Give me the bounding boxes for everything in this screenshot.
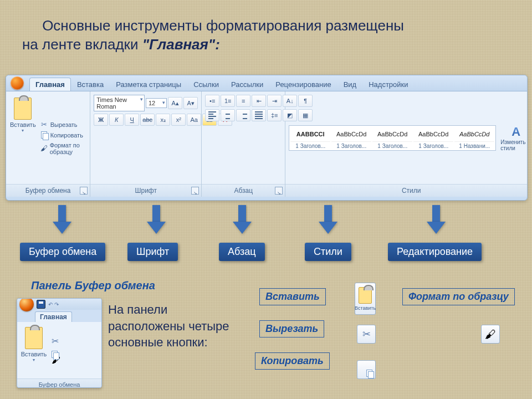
mini-tab-home[interactable]: Главная: [35, 311, 72, 322]
chip-cut[interactable]: ✂: [357, 325, 376, 344]
group-clipboard: Вставить ▾ ✂ Вырезать Копировать 🖌 Форма…: [6, 91, 90, 197]
brush-icon: 🖌: [40, 145, 48, 152]
arrow-clipboard: [53, 205, 71, 235]
multilevel-button[interactable]: ≡: [236, 95, 250, 107]
group-font: Times New Roman 12 A▴ A▾ Ж К Ч abc x₂ x²…: [90, 91, 202, 197]
chip-format-painter[interactable]: 🖌: [481, 325, 500, 344]
clipboard-launcher[interactable]: ↘: [80, 187, 88, 195]
indent-dec-button[interactable]: ⇤: [252, 95, 266, 107]
arrow-styles: [319, 205, 337, 235]
ribbon-tab-strip: Главная Вставка Разметка страницы Ссылки…: [6, 75, 527, 91]
style-item-4[interactable]: AaBbCcDd1 Названи...: [454, 127, 494, 149]
align-right-button[interactable]: [236, 109, 250, 121]
heading-colon: :: [215, 36, 220, 53]
label-clipboard: Буфер обмена: [20, 243, 105, 261]
label-paragraph: Абзац: [219, 243, 265, 261]
paste-label: Вставить: [10, 121, 36, 128]
format-painter-button[interactable]: 🖌 Формат по образцу: [39, 141, 87, 156]
copy-label: Копировать: [50, 132, 83, 139]
font-launcher[interactable]: ↘: [191, 187, 199, 195]
group-clipboard-label: Буфер обмена ↘: [6, 184, 90, 197]
group-styles: AABBCCI1 Заголов... AaBbCcDd1 Заголов...…: [285, 91, 528, 197]
styles-gallery[interactable]: AABBCCI1 Заголов... AaBbCcDd1 Заголов...…: [289, 125, 496, 151]
paragraph-launcher[interactable]: ↘: [275, 187, 283, 195]
indent-inc-button[interactable]: ⇥: [267, 95, 282, 107]
tab-insert[interactable]: Вставка: [71, 78, 110, 91]
change-styles-label: Изменить стили: [500, 139, 528, 151]
style-item-0[interactable]: AABBCCI1 Заголов...: [290, 127, 330, 149]
arrow-font: [147, 205, 166, 235]
tab-page-layout[interactable]: Разметка страницы: [110, 78, 187, 91]
office-button[interactable]: [11, 76, 24, 90]
heading-tabname: "Главная": [142, 36, 215, 53]
line-spacing-button[interactable]: ‡≡: [267, 109, 282, 121]
group-styles-label: Стили ↘: [285, 184, 528, 197]
tab-mailings[interactable]: Рассылки: [225, 78, 269, 91]
shrink-font-button[interactable]: A▾: [183, 97, 198, 109]
strike-button[interactable]: abc: [140, 114, 155, 126]
heading-line1: Основные инструменты форматирования разм…: [42, 17, 404, 34]
font-size-combo[interactable]: 12: [146, 98, 167, 108]
numbering-button[interactable]: 1≡: [221, 95, 235, 107]
label-editing: Редактирование: [388, 243, 482, 261]
subscript-button[interactable]: x₂: [156, 114, 170, 126]
italic-button[interactable]: К: [109, 114, 124, 126]
align-center-button[interactable]: [221, 109, 235, 121]
tab-home[interactable]: Главная: [29, 78, 71, 91]
group-font-label: Шрифт ↘: [90, 184, 201, 197]
tab-addins[interactable]: Надстройки: [362, 78, 414, 91]
change-styles-button[interactable]: A Изменить стили: [498, 122, 528, 154]
tab-review[interactable]: Рецензирование: [269, 78, 337, 91]
copy-icon: [40, 131, 48, 139]
superscript-button[interactable]: x²: [171, 114, 186, 126]
change-styles-icon: A: [511, 125, 520, 139]
bold-button[interactable]: Ж: [94, 114, 108, 126]
mini-scissors-icon[interactable]: ✂: [52, 336, 60, 346]
caption-paste: Вставить: [259, 288, 326, 305]
cut-button[interactable]: ✂ Вырезать: [39, 120, 87, 129]
grow-font-button[interactable]: A▴: [168, 97, 182, 109]
bullets-button[interactable]: •≡: [205, 95, 219, 107]
chip-brush-icon: 🖌: [485, 328, 496, 341]
body-text: На панели расположены четыре основные кн…: [108, 301, 247, 351]
clipboard-panel-subheading: Панель Буфер обмена: [31, 279, 155, 292]
style-item-2[interactable]: AaBbCcDd1 Заголов...: [372, 127, 412, 149]
format-painter-label: Формат по образцу: [50, 142, 85, 155]
arrow-editing: [427, 205, 446, 235]
chip-scissors-icon: ✂: [362, 328, 371, 340]
change-case-button[interactable]: Aa: [187, 114, 201, 126]
style-item-1[interactable]: AaBbCcDd1 Заголов...: [331, 127, 371, 149]
align-justify-button[interactable]: [252, 109, 266, 121]
label-styles: Стили: [305, 243, 351, 261]
style-item-3[interactable]: AaBbCcDd1 Заголов...: [413, 127, 453, 149]
chip-clipboard-icon: [359, 287, 372, 304]
chip-paste-label: Вставить: [355, 305, 376, 311]
copy-button[interactable]: Копировать: [39, 131, 87, 140]
tab-references[interactable]: Ссылки: [187, 78, 225, 91]
mini-paste-button[interactable]: Вставить ▾: [19, 324, 48, 376]
group-paragraph-label: Абзац ↘: [202, 184, 285, 197]
group-paragraph: •≡ 1≡ ≡ ⇤ ⇥ A↓ ¶ ‡≡ ◩ ▦: [202, 91, 285, 197]
arrow-paragraph: [233, 205, 252, 235]
mini-tabs: Главная: [17, 310, 101, 322]
mini-paste-label: Вставить: [21, 351, 47, 357]
align-left-button[interactable]: [205, 109, 219, 121]
ribbon: Главная Вставка Разметка страницы Ссылки…: [6, 75, 528, 201]
mini-clipboard-icon: [25, 327, 43, 349]
slide-heading: Основные инструменты форматирования разм…: [22, 17, 521, 54]
underline-button[interactable]: Ч: [125, 114, 139, 126]
mini-save-icon[interactable]: [37, 300, 45, 309]
tab-view[interactable]: Вид: [337, 78, 363, 91]
caption-copy: Копировать: [255, 352, 330, 370]
caption-format-painter: Формат по образцу: [402, 288, 515, 305]
paste-button[interactable]: Вставить ▾: [9, 95, 37, 181]
chip-copy[interactable]: [357, 360, 376, 379]
chip-paste[interactable]: Вставить: [355, 283, 376, 315]
mini-titlebar: ↶ ↷: [17, 299, 101, 310]
heading-line2a: на ленте вкладки: [22, 36, 139, 53]
font-name-combo[interactable]: Times New Roman: [94, 95, 145, 111]
clipboard-icon: [14, 98, 32, 120]
mini-word-window: ↶ ↷ Главная Вставить ▾ ✂ 🖌 Буфер обмена: [17, 298, 102, 388]
caption-cut: Вырезать: [259, 320, 324, 337]
styles-launcher[interactable]: ↘: [527, 187, 528, 195]
